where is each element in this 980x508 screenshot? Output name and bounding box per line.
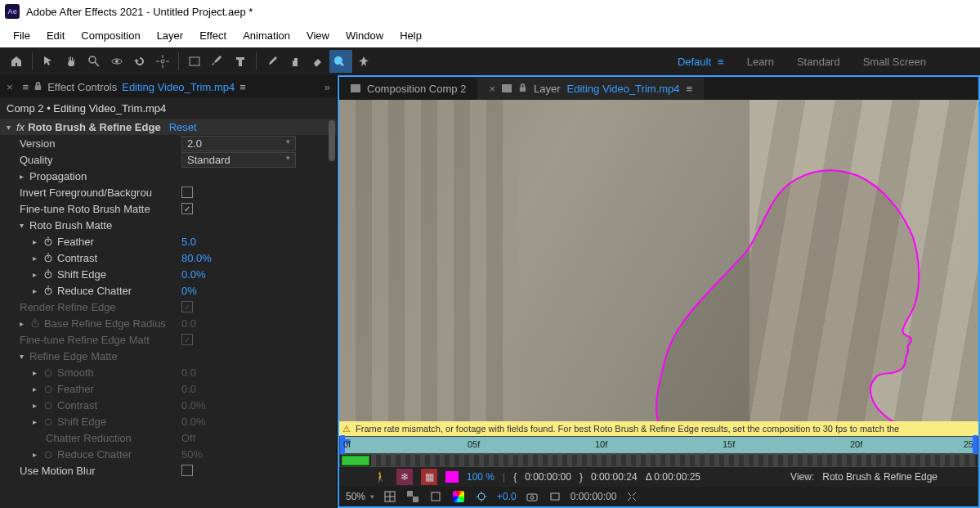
work-area-end[interactable] — [973, 435, 978, 455]
eraser-tool[interactable] — [307, 50, 329, 73]
feather-value[interactable]: 5.0 — [181, 236, 196, 248]
bracket-in-icon[interactable]: { — [513, 471, 517, 483]
overlay-opacity[interactable]: 100 % — [467, 471, 494, 483]
propagation-bar[interactable] — [339, 454, 978, 467]
twirl-icon[interactable]: ▸ — [33, 450, 43, 459]
menu-layer[interactable]: Layer — [149, 26, 192, 45]
exposure-icon[interactable] — [474, 489, 489, 504]
alpha-icon[interactable]: ▦ — [421, 469, 437, 485]
orbit-tool[interactable] — [105, 50, 128, 73]
text-tool[interactable] — [229, 50, 252, 73]
current-time-display[interactable]: 0:00:00:00 — [571, 491, 617, 502]
version-dropdown[interactable]: 2.0▾ — [181, 136, 296, 151]
region-of-interest-icon[interactable] — [624, 489, 639, 504]
stopwatch-icon[interactable] — [43, 268, 54, 280]
menu-file[interactable]: File — [5, 26, 38, 45]
invert-checkbox[interactable] — [181, 187, 193, 198]
show-snapshot-icon[interactable] — [548, 489, 562, 504]
workspace-learn[interactable]: Learn — [747, 56, 774, 68]
propagation-span[interactable] — [342, 456, 369, 465]
quality-dropdown[interactable]: Standard▾ — [181, 152, 296, 168]
close-tab-icon[interactable]: × — [489, 83, 495, 95]
mask-toggle-icon[interactable] — [428, 489, 443, 504]
twirl-icon[interactable]: ▸ — [33, 417, 43, 426]
contrast-value[interactable]: 80.0% — [181, 252, 212, 264]
scrollbar-thumb[interactable] — [329, 120, 335, 161]
roto-brush-tool[interactable] — [329, 50, 352, 73]
twirl-icon[interactable]: ▸ — [33, 368, 43, 377]
bracket-out-icon[interactable]: } — [579, 471, 583, 483]
overflow-icon[interactable]: » — [324, 81, 330, 93]
brush-tool[interactable] — [261, 50, 284, 73]
workspace-default[interactable]: Default ≡ — [678, 56, 724, 68]
menu-effect[interactable]: Effect — [191, 26, 235, 45]
reset-link[interactable]: Reset — [169, 121, 197, 133]
clone-tool[interactable] — [284, 50, 307, 73]
workspace-small-screen[interactable]: Small Screen — [863, 56, 926, 68]
snapshot-icon[interactable] — [525, 489, 539, 504]
twirl-icon[interactable]: ▸ — [33, 254, 43, 263]
twirl-icon[interactable]: ▸ — [33, 401, 43, 410]
shift-edge-value[interactable]: 0.0% — [181, 268, 206, 281]
stopwatch-icon[interactable] — [43, 236, 54, 247]
stopwatch-icon[interactable] — [43, 285, 54, 296]
home-tool[interactable] — [5, 50, 28, 73]
channel-icon[interactable] — [451, 489, 466, 504]
panel-menu-icon[interactable]: ≡ — [239, 81, 246, 93]
viewer-footer: 50%▾ +0.0 0:00:00:00 — [339, 487, 978, 506]
hamburger-icon[interactable]: ≡ — [23, 81, 29, 93]
twirl-icon[interactable]: ▸ — [33, 237, 43, 246]
workspace-standard[interactable]: Standard — [797, 56, 840, 68]
rotate-tool[interactable] — [128, 50, 151, 73]
motion-blur-checkbox[interactable] — [181, 465, 193, 476]
stopwatch-icon[interactable] — [43, 252, 54, 263]
menu-animation[interactable]: Animation — [235, 26, 298, 45]
rect-mask-tool[interactable] — [183, 50, 206, 73]
panel-menu-icon[interactable]: ≡ — [687, 83, 693, 95]
freeze-icon[interactable]: ❄ — [396, 469, 413, 485]
twirl-icon[interactable]: ▾ — [20, 352, 29, 361]
exposure-value[interactable]: +0.0 — [497, 491, 517, 502]
twirl-icon[interactable]: ▸ — [20, 172, 29, 181]
twirl-icon[interactable]: ▸ — [33, 384, 43, 393]
lock-icon[interactable] — [34, 81, 43, 93]
pen-tool[interactable] — [206, 50, 229, 73]
transparency-grid-icon[interactable] — [405, 489, 420, 504]
ruler-tick: 15f — [723, 439, 735, 449]
twirl-icon[interactable]: ▸ — [33, 286, 43, 295]
tab-composition[interactable]: Composition Comp 2 — [339, 77, 477, 100]
close-tab-icon[interactable]: × — [7, 81, 13, 93]
twirl-icon[interactable]: ▾ — [7, 123, 16, 132]
twirl-icon[interactable]: ▸ — [20, 319, 29, 328]
menu-help[interactable]: Help — [392, 26, 430, 45]
person-icon[interactable]: 🚶 — [372, 469, 388, 485]
tab-layer[interactable]: × Layer Editing Video_Trim.mp4 ≡ — [477, 77, 704, 100]
menu-composition[interactable]: Composition — [73, 26, 148, 45]
time-ruler[interactable]: ▼ 0f 05f 10f 15f 20f 25f — [339, 436, 978, 454]
zoom-tool[interactable] — [83, 50, 105, 73]
menu-window[interactable]: Window — [338, 26, 392, 45]
propagation-track — [371, 455, 976, 466]
selection-tool[interactable] — [37, 50, 60, 73]
menu-edit[interactable]: Edit — [38, 26, 73, 45]
ruler-tick: 10f — [595, 439, 607, 449]
puppet-tool[interactable] — [352, 50, 375, 73]
overlay-color-swatch[interactable] — [445, 471, 459, 483]
reduce-chatter-value[interactable]: 0% — [181, 285, 197, 297]
hand-tool[interactable] — [60, 50, 83, 73]
zoom-dropdown[interactable]: 50%▾ — [346, 491, 374, 502]
base-refine-radius-value: 0.0 — [181, 317, 196, 330]
resolution-toggle[interactable] — [383, 489, 397, 504]
twirl-icon[interactable]: ▾ — [20, 221, 29, 230]
in-time[interactable]: 0:00:00:00 — [525, 471, 571, 483]
finetune-roto-checkbox[interactable]: ✓ — [181, 203, 193, 214]
viewer-canvas[interactable] — [339, 100, 978, 421]
reduce-chatter2-value: 50% — [181, 448, 203, 461]
twirl-icon[interactable]: ▸ — [33, 270, 43, 279]
out-time[interactable]: 0:00:00:24 — [591, 471, 638, 483]
lock-icon[interactable] — [518, 83, 527, 95]
menu-view[interactable]: View — [298, 26, 338, 45]
prop-invert: Invert Foreground/Backgrou — [20, 187, 152, 199]
view-mode-dropdown[interactable]: Roto Brush & Refine Edge — [822, 471, 937, 483]
anchor-tool[interactable] — [151, 50, 174, 73]
